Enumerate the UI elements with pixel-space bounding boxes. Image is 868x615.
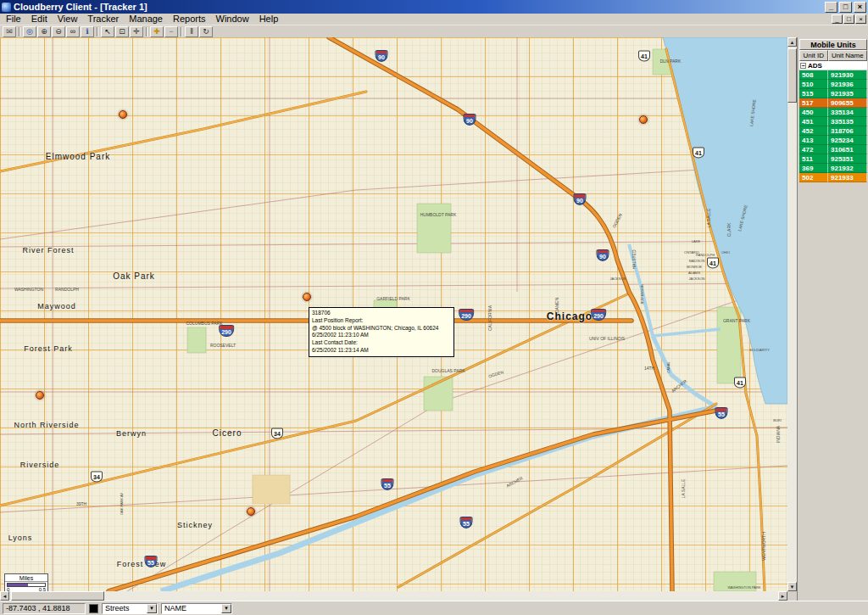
mdi-restore-button[interactable]: □ <box>843 14 854 24</box>
unit-row-511[interactable]: 511925351 <box>799 154 867 164</box>
send-message-button[interactable]: ✉ <box>3 26 16 37</box>
scroll-up-button[interactable]: ▲ <box>787 37 797 47</box>
unit-id: 515 <box>799 89 828 98</box>
unit-name: 925351 <box>828 154 867 164</box>
street-label: DLN PARK <box>660 59 682 64</box>
street-label: DAMEN <box>554 298 559 313</box>
layer-color-swatch[interactable] <box>89 604 98 613</box>
scale-end: 0.5 <box>39 587 46 591</box>
unit-row-502[interactable]: 502921933 <box>799 173 867 182</box>
horizontal-scroll-thumb[interactable] <box>11 591 104 601</box>
unit-name: 921935 <box>828 89 867 98</box>
pan-tool-button[interactable]: ✛ <box>130 26 143 37</box>
column-header-unit-name[interactable]: Unit Name <box>828 50 867 61</box>
zoom-box-tool-button[interactable]: ⊡ <box>115 26 129 37</box>
zoom-extents-button[interactable]: ◎ <box>23 26 36 37</box>
unit-id: 369 <box>799 164 828 173</box>
menu-item-view[interactable]: View <box>53 14 83 25</box>
identify-button[interactable]: ℹ <box>81 26 94 37</box>
street-label: LA SALLE <box>706 209 711 228</box>
unit-id: 511 <box>799 154 828 164</box>
street-label: CANAL <box>666 361 670 372</box>
unit-name: 310651 <box>828 145 867 154</box>
pointer-tool-button[interactable]: ↖ <box>101 26 114 37</box>
unit-marker[interactable] <box>639 115 648 124</box>
zoom-in-button[interactable]: ⊕ <box>37 26 51 37</box>
us-route-41-shield: 41 <box>693 148 704 159</box>
unit-row-369[interactable]: 369921932 <box>799 164 867 173</box>
layer-dropdown-icon[interactable]: ▼ <box>147 604 157 613</box>
layer-select[interactable]: Streets ▼ <box>102 603 158 614</box>
unit-id: 508 <box>799 70 828 80</box>
menu-item-manage[interactable]: Manage <box>124 14 168 25</box>
unit-row-515[interactable]: 515921935 <box>799 89 867 98</box>
vertical-scrollbar[interactable]: ▲ ▼ <box>787 37 797 591</box>
add-layer-button[interactable]: ✚ <box>150 26 164 37</box>
column-header-unit-id[interactable]: Unit ID <box>799 50 828 61</box>
unit-row-413[interactable]: 413925234 <box>799 136 867 145</box>
city-label: North Riverside <box>14 421 79 429</box>
mdi-minimize-button[interactable]: _ <box>832 14 843 24</box>
remove-layer-button[interactable]: − <box>164 26 178 37</box>
unit-row-517[interactable]: 517909655 <box>799 98 867 108</box>
unit-marker[interactable] <box>303 293 311 301</box>
unit-marker[interactable] <box>36 391 44 400</box>
field-dropdown-icon[interactable]: ▼ <box>221 604 231 613</box>
scroll-right-button[interactable]: ► <box>778 591 787 601</box>
panel-title: Mobile Units <box>799 39 867 50</box>
find-unit-button[interactable]: ∞ <box>66 26 80 37</box>
interstate-290-shield: 290 <box>219 325 234 337</box>
menu-item-tracker[interactable]: Tracker <box>82 14 124 25</box>
industrial-area <box>253 475 290 504</box>
collapse-expander-icon[interactable]: − <box>800 63 806 69</box>
street-label: UNIV OF ILLINOIS <box>589 336 625 341</box>
city-label: Elmwood Park <box>46 152 110 161</box>
street-label: BURI <box>773 418 782 422</box>
vertical-scroll-track[interactable] <box>787 47 797 582</box>
refresh-button[interactable]: ↻ <box>199 26 213 37</box>
mdi-close-button[interactable]: × <box>855 14 866 24</box>
label-field-value: NAME <box>164 604 186 612</box>
interstate-290-shield: 290 <box>459 309 474 321</box>
menu-item-edit[interactable]: Edit <box>26 14 53 25</box>
us-route-34-shield: 34 <box>271 428 283 439</box>
street-label: JACKSON <box>689 277 705 281</box>
minimize-button[interactable]: _ <box>825 2 837 13</box>
map-viewport[interactable]: Elmwood ParkRiver ForestOak ParkMaywoodF… <box>0 37 787 591</box>
horizontal-scrollbar[interactable]: ◄ ► <box>0 591 787 601</box>
unit-row-452[interactable]: 452318706 <box>799 126 867 136</box>
street-label: JACKSON <box>610 277 626 281</box>
vertical-scroll-thumb[interactable] <box>787 48 797 103</box>
scale-widget: Miles 0 0.5 <box>4 573 48 591</box>
horizontal-scroll-track[interactable] <box>9 591 778 601</box>
unit-row-508[interactable]: 508921930 <box>799 70 867 80</box>
street-label: ADAMS <box>688 271 700 275</box>
window-title: Cloudberry Client - [Tracker 1] <box>14 2 147 12</box>
group-row-ads[interactable]: − ADS <box>799 61 867 70</box>
unit-row-450[interactable]: 450335134 <box>799 108 867 117</box>
app-icon <box>2 3 11 12</box>
unit-row-451[interactable]: 451335135 <box>799 117 867 126</box>
close-button[interactable]: × <box>854 2 866 13</box>
scroll-down-button[interactable]: ▼ <box>787 582 797 591</box>
unit-marker[interactable] <box>247 507 255 516</box>
menu-item-reports[interactable]: Reports <box>168 14 211 25</box>
us-route-41-shield: 41 <box>707 258 719 269</box>
menu-item-help[interactable]: Help <box>254 14 284 25</box>
unit-marker[interactable] <box>119 110 127 119</box>
menu-item-file[interactable]: File <box>1 14 26 25</box>
city-label: Berwyn <box>116 429 147 438</box>
street-label: HUMBOLDT PARK <box>420 212 457 217</box>
pause-tracking-button[interactable]: ‖ <box>185 26 198 37</box>
label-field-select[interactable]: NAME ▼ <box>161 603 232 614</box>
scroll-left-button[interactable]: ◄ <box>0 591 9 601</box>
unit-row-472[interactable]: 472310651 <box>799 145 867 154</box>
maximize-button[interactable]: □ <box>839 2 852 13</box>
unit-row-510[interactable]: 510921936 <box>799 80 867 89</box>
street-label: 39TH <box>76 501 86 506</box>
menu-item-window[interactable]: Window <box>211 14 254 25</box>
street-label: WASHINGTON <box>14 287 43 292</box>
zoom-out-button[interactable]: ⊖ <box>52 26 65 37</box>
us-route-34-shield: 34 <box>91 472 103 483</box>
street-label: ROOSEVELT <box>210 343 236 348</box>
